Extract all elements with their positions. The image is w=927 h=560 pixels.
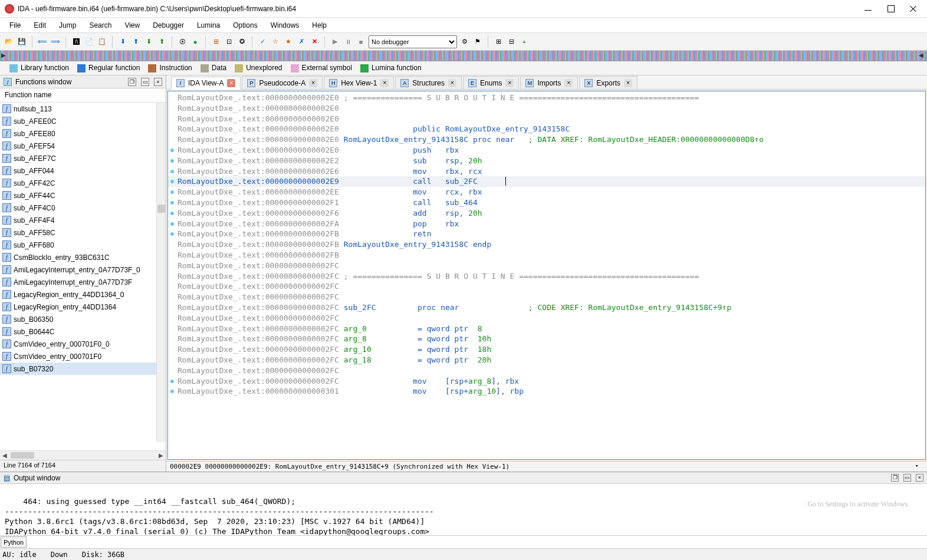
menu-jump[interactable]: Jump <box>53 19 82 32</box>
menu-file[interactable]: File <box>4 19 27 32</box>
function-item[interactable]: fLegacyRegion_entry_44DD1364_0 <box>0 288 166 301</box>
debugger-select[interactable]: No debugger <box>369 35 457 48</box>
output-text[interactable]: 464: using guessed type __int64 __fastca… <box>0 484 927 535</box>
function-item[interactable]: fCsmVideo_entry_000701F0_0 <box>0 338 166 350</box>
function-item[interactable]: fsub_AFF42C <box>0 177 166 189</box>
save-icon[interactable]: 💾 <box>17 37 27 47</box>
next-icon[interactable]: ⬇ <box>143 37 154 47</box>
status-dropdown-icon[interactable]: ▾ <box>915 463 923 470</box>
function-item[interactable]: fsub_AFEE0C <box>0 115 166 127</box>
tool-icon[interactable]: 🅰 <box>71 37 81 47</box>
function-item[interactable]: fsub_AFEE80 <box>0 127 166 140</box>
xref-icon[interactable]: ✪ <box>236 37 247 47</box>
fwd-icon[interactable]: ⟹ <box>50 37 61 47</box>
function-item[interactable]: fCsmVideo_entry_000701F0 <box>0 350 166 363</box>
dbg-pause-icon[interactable]: ⏸ <box>343 37 353 47</box>
menu-options[interactable]: Options <box>227 19 263 32</box>
menu-debugger[interactable]: Debugger <box>147 19 190 32</box>
repl-input[interactable] <box>27 536 927 548</box>
back-icon[interactable]: ⟸ <box>37 37 48 47</box>
tab-pseudocode-a[interactable]: PPseudocode-A× <box>242 76 323 89</box>
disassembly-view[interactable]: RomLayoutDxe_.text:00000000000002E0 ; ==… <box>167 91 926 460</box>
tool-icon[interactable]: 📋 <box>97 37 107 47</box>
mark-icon[interactable]: ✓ <box>257 37 268 47</box>
function-item[interactable]: fsub_AFEF54 <box>0 140 166 152</box>
tab-exports[interactable]: XExports× <box>579 76 637 89</box>
tab-icon: A <box>400 79 409 87</box>
functions-header[interactable]: Function name <box>0 88 166 103</box>
opt2-icon[interactable]: ★ <box>283 37 294 47</box>
menu-edit[interactable]: Edit <box>28 19 52 32</box>
menu-search[interactable]: Search <box>83 19 117 32</box>
function-item[interactable]: fsub_B0644C <box>0 325 166 338</box>
search-text-icon[interactable]: ⬆ <box>130 37 141 47</box>
tab-close-icon[interactable]: × <box>505 79 514 87</box>
tab-close-icon[interactable]: × <box>448 79 456 87</box>
h-scrollbar[interactable]: ◀▶ <box>0 450 166 460</box>
function-item[interactable]: fsub_AFF4C0 <box>0 202 166 214</box>
tab-ida-view-a[interactable]: IIDA View-A× <box>171 77 241 90</box>
analyze-icon[interactable]: ⦿ <box>177 37 188 47</box>
dbg-opt-icon[interactable]: ⚙ <box>459 37 470 47</box>
v-scrollbar[interactable] <box>156 103 166 442</box>
tab-close-icon[interactable]: × <box>227 79 235 87</box>
tab-enums[interactable]: EEnums× <box>463 76 519 89</box>
menubar: FileEditJumpSearchViewDebuggerLuminaOpti… <box>0 18 927 33</box>
repl-lang-button[interactable]: Python <box>1 536 27 548</box>
function-item[interactable]: fsub_AFEF7C <box>0 152 166 164</box>
tab-close-icon[interactable]: × <box>309 79 317 87</box>
tab-close-icon[interactable]: × <box>564 79 573 87</box>
hex-icon[interactable]: ⊞ <box>211 37 221 47</box>
functions-list[interactable]: fnullsub_113fsub_AFEE0Cfsub_AFEE80fsub_A… <box>0 103 166 450</box>
search-bin-icon[interactable]: ⬇ <box>117 37 128 47</box>
tab-imports[interactable]: MImports× <box>520 76 578 89</box>
tool-icon[interactable]: 📄 <box>84 37 94 47</box>
function-item[interactable]: fsub_AFF58C <box>0 226 166 239</box>
tab-hex-view-1[interactable]: HHex View-1× <box>324 76 394 89</box>
tab-icon: M <box>525 79 534 87</box>
dbg-run-icon[interactable]: ▶ <box>330 37 340 47</box>
function-item[interactable]: fsub_AFF044 <box>0 164 166 177</box>
close-button[interactable] <box>909 5 918 13</box>
menu-windows[interactable]: Windows <box>265 19 305 32</box>
function-item[interactable]: fLegacyRegion_entry_44DD1364 <box>0 301 166 313</box>
tab-close-icon[interactable]: × <box>624 79 632 87</box>
function-item[interactable]: fAmiLegacyInterrupt_entry_0A77D73F <box>0 276 166 288</box>
plus-icon[interactable]: + <box>519 37 530 47</box>
pane-restore-icon[interactable]: ❐ <box>128 78 136 86</box>
function-item[interactable]: fAmiLegacyInterrupt_entry_0A77D73F_0 <box>0 263 166 276</box>
minimize-button[interactable] <box>864 5 873 13</box>
opt-icon[interactable]: ☆ <box>270 37 281 47</box>
dbg-opt2-icon[interactable]: ⚑ <box>472 37 483 47</box>
win2-icon[interactable]: ⊟ <box>506 37 517 47</box>
out-restore-icon[interactable]: ❐ <box>891 474 899 482</box>
nav-right-icon[interactable]: ◀ <box>919 52 926 58</box>
nav-overview[interactable]: ▶ ◀ <box>0 51 927 61</box>
function-item[interactable]: fsub_B06350 <box>0 313 166 325</box>
function-item[interactable]: fsub_AFF4F4 <box>0 214 166 226</box>
del-icon[interactable]: ✕ <box>309 37 320 47</box>
graph-icon[interactable]: ⊡ <box>223 37 234 47</box>
function-item[interactable]: fsub_B07320 <box>0 363 166 375</box>
out-close-icon[interactable]: × <box>916 474 923 482</box>
pane-float-icon[interactable]: ▭ <box>141 78 149 86</box>
run-icon[interactable]: ● <box>190 37 200 47</box>
function-item[interactable]: fCsmBlockIo_entry_93BC631C <box>0 251 166 263</box>
dbg-stop-icon[interactable]: ■ <box>356 37 366 47</box>
function-item[interactable]: fsub_AFF44C <box>0 189 166 202</box>
pane-close-icon[interactable]: × <box>154 78 162 86</box>
win-icon[interactable]: ⊞ <box>493 37 504 47</box>
open-icon[interactable]: 📂 <box>4 37 14 47</box>
menu-lumina[interactable]: Lumina <box>191 19 226 32</box>
function-item[interactable]: fsub_AFF680 <box>0 239 166 251</box>
prev-icon[interactable]: ⬆ <box>156 37 167 47</box>
nav-left-icon[interactable]: ▶ <box>1 52 8 58</box>
decline-icon[interactable]: ✗ <box>296 37 307 47</box>
tab-structures[interactable]: AStructures× <box>395 76 462 89</box>
menu-help[interactable]: Help <box>306 19 333 32</box>
function-item[interactable]: fnullsub_113 <box>0 103 166 115</box>
maximize-button[interactable] <box>887 5 895 13</box>
out-float-icon[interactable]: ▭ <box>903 474 911 482</box>
menu-view[interactable]: View <box>119 19 146 32</box>
tab-close-icon[interactable]: × <box>380 79 389 87</box>
